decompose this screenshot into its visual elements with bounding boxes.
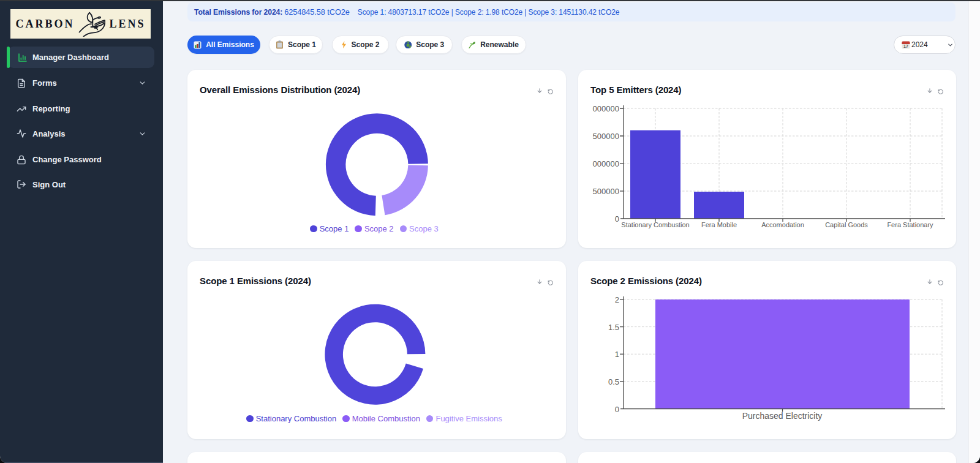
svg-text:17: 17 bbox=[903, 44, 908, 48]
